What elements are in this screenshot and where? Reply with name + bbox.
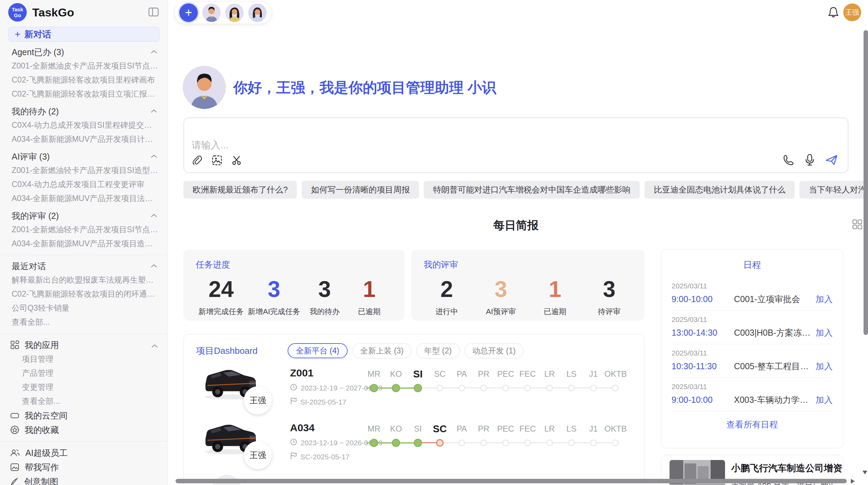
sidebar-item-ai-super-staff[interactable]: AI超级员工 xyxy=(0,446,168,460)
attachment-icon[interactable] xyxy=(192,154,203,166)
stat-value: 3 xyxy=(248,277,300,301)
milestone-dot[interactable] xyxy=(546,385,553,391)
scroll-down-arrow[interactable] xyxy=(863,471,867,474)
chevron-up-icon[interactable] xyxy=(150,153,157,160)
agent-avatar-3[interactable] xyxy=(248,3,267,22)
join-meeting-link[interactable]: 加入 xyxy=(816,327,833,338)
chevron-up-icon[interactable] xyxy=(151,340,158,350)
milestone-dot[interactable] xyxy=(392,439,400,447)
user-avatar[interactable]: 王强 xyxy=(843,3,861,21)
conversation-item[interactable]: A034-全新新能源MUV产品开发项目造型可行性评审 xyxy=(0,237,168,251)
flag-icon xyxy=(290,452,297,461)
filter-pill[interactable]: 全新平台 (4) xyxy=(288,343,348,358)
conversation-item[interactable]: C0X4-动力总成开发项目工程变更评审 xyxy=(0,177,168,191)
conversation-item[interactable]: C0X4-动力总成开发项目SI里程碑提交物检查 xyxy=(0,118,168,132)
app-item[interactable]: 项目管理 xyxy=(0,352,168,366)
milestone-dot[interactable] xyxy=(568,385,575,391)
milestone-dot[interactable] xyxy=(480,439,487,446)
chevron-up-icon[interactable] xyxy=(150,263,157,269)
suggestion-chip[interactable]: 当下年轻人对汽车外观有怎样的喜好趋势 xyxy=(799,181,868,199)
milestone-dot[interactable] xyxy=(370,384,378,392)
add-agent-button[interactable]: + xyxy=(179,3,198,22)
conversation-item[interactable]: Z001-全新燃油轻卡产品开发项目SI节点属性5D文件评审 xyxy=(0,223,168,237)
scissors-icon[interactable] xyxy=(231,155,242,166)
join-meeting-link[interactable]: 加入 xyxy=(816,394,833,406)
suggestion-chip[interactable]: 比亚迪全固态电池计划具体说了什么 xyxy=(644,181,795,199)
sidebar-section-header-2[interactable]: AI评审 (3) xyxy=(0,150,168,163)
sidebar-collapse-icon[interactable] xyxy=(148,8,159,18)
conversation-item[interactable]: 解释最新出台的欧盟报废车法规再生塑料比例被调至15%... xyxy=(0,273,168,287)
sidebar-item-favorites[interactable]: 我的收藏 xyxy=(0,423,168,437)
milestone-label: PR xyxy=(473,368,495,380)
horizontal-scrollbar-thumb[interactable] xyxy=(176,479,847,483)
task-progress-card: 任务进度24新增完成任务3新增AI完成任务3我的待办1已逾期 xyxy=(183,249,405,321)
conversation-item[interactable]: 公司Q3轻卡销量 xyxy=(0,301,168,315)
milestone-dot[interactable] xyxy=(392,384,400,392)
milestone-dot[interactable] xyxy=(414,384,422,392)
screenshot-image-icon[interactable] xyxy=(212,155,222,166)
chevron-up-icon[interactable] xyxy=(150,49,157,55)
agent-avatar-1[interactable] xyxy=(202,3,221,22)
task-sections: Agent已办 (3)Z001-全新燃油皮卡产品开发项目SI节点Lesson L… xyxy=(0,45,168,251)
sidebar-section-header-1[interactable]: 我的待办 (2) xyxy=(0,104,168,118)
sidebar-item-cloud-space[interactable]: 我的云空间 xyxy=(0,408,168,423)
filter-pill[interactable]: 年型 (2) xyxy=(416,343,460,358)
milestone-dot[interactable] xyxy=(568,439,575,446)
chevron-up-icon[interactable] xyxy=(150,108,157,114)
sidebar-section-header-0[interactable]: Agent已办 (3) xyxy=(0,45,168,59)
app-item[interactable]: 查看全部... xyxy=(0,394,168,408)
conversation-item[interactable]: C02-飞腾新能源轻客改款项目的闭环通告反馈情况 xyxy=(0,287,168,301)
suggestion-chip[interactable]: 特朗普可能对进口汽车增税会对中国车企造成哪些影响 xyxy=(424,181,640,199)
join-meeting-link[interactable]: 加入 xyxy=(816,294,833,305)
conversation-item[interactable]: C02-飞腾新能源轻客改款项目立项汇报方案 xyxy=(0,87,168,101)
scroll-right-arrow[interactable] xyxy=(851,479,855,484)
milestone-dot[interactable] xyxy=(590,439,597,446)
milestone-dot[interactable] xyxy=(546,439,553,446)
conversation-item[interactable]: A034-全新新能源MUV产品开发项目计划变更表编写 xyxy=(0,132,168,146)
milestone-dot[interactable] xyxy=(458,385,465,391)
app-item[interactable]: 变更管理 xyxy=(0,380,168,394)
notification-bell-icon[interactable] xyxy=(828,6,839,20)
chevron-up-icon[interactable] xyxy=(150,213,157,219)
sidebar-item-creative-draw[interactable]: 创意制图 xyxy=(0,474,168,485)
conversation-item[interactable]: A034-全新新能源MUV产品开发项目法规符合性评审 xyxy=(0,191,168,206)
milestone-dot[interactable] xyxy=(502,385,509,391)
view-all-schedule-link[interactable]: 查看所有日程 xyxy=(661,419,843,430)
milestone-dot[interactable] xyxy=(590,385,597,391)
vertical-scrollbar-thumb[interactable] xyxy=(864,30,868,335)
agent-avatar-2[interactable] xyxy=(225,3,244,22)
voice-call-icon[interactable] xyxy=(783,154,794,166)
milestone-dot[interactable] xyxy=(612,439,619,446)
milestone-dot[interactable] xyxy=(480,385,487,391)
milestone-label: KO xyxy=(385,423,407,435)
milestone-dot[interactable] xyxy=(436,439,444,447)
app-item[interactable]: 产品管理 xyxy=(0,366,168,380)
sidebar-item-my-apps[interactable]: 我的应用 xyxy=(0,338,168,352)
view-all-conversations-link[interactable]: 查看全部... xyxy=(0,315,168,329)
suggestion-chip[interactable]: 欧洲新规最近颁布了什么? xyxy=(183,181,297,199)
conversation-item[interactable]: C02-飞腾新能源轻客改款项目里程碑画布 xyxy=(0,73,168,87)
send-icon[interactable] xyxy=(825,154,838,166)
new-chat-button[interactable]: + 新对话 xyxy=(8,27,159,42)
filter-pill[interactable]: 全新上装 (3) xyxy=(352,343,412,358)
sidebar-section-header-recent[interactable]: 最近对话 xyxy=(0,259,168,273)
chat-composer[interactable]: 请输入... xyxy=(183,117,848,173)
filter-pill[interactable]: 动总开发 (1) xyxy=(465,343,524,358)
sidebar-section-header-3[interactable]: 我的评审 (2) xyxy=(0,209,168,223)
conversation-item[interactable]: Z001-全新燃油轻卡产品开发项目SI造型提交物评审 xyxy=(0,163,168,177)
milestone-dot[interactable] xyxy=(414,439,422,447)
sidebar-item-help-write[interactable]: 帮我写作 xyxy=(0,460,168,474)
milestone-dot[interactable] xyxy=(370,439,378,447)
join-meeting-link[interactable]: 加入 xyxy=(816,361,833,372)
milestone-dot[interactable] xyxy=(524,439,531,446)
milestone-dot[interactable] xyxy=(502,439,509,446)
milestone-dot[interactable] xyxy=(612,385,619,391)
microphone-icon[interactable] xyxy=(805,154,815,166)
milestone-dot[interactable] xyxy=(436,385,443,391)
milestone-dot[interactable] xyxy=(524,385,531,391)
suggestion-chip[interactable]: 如何写一份清晰的项目周报 xyxy=(302,181,419,199)
milestone-dot[interactable] xyxy=(458,439,465,446)
schedule-entry: 2025/03/119:00-10:00X003-车辆动力学性能验...加入 xyxy=(661,378,843,406)
conversation-item[interactable]: Z001-全新燃油皮卡产品开发项目SI节点Lesson Learn报告 xyxy=(0,59,168,73)
layout-grid-icon[interactable] xyxy=(852,219,863,231)
